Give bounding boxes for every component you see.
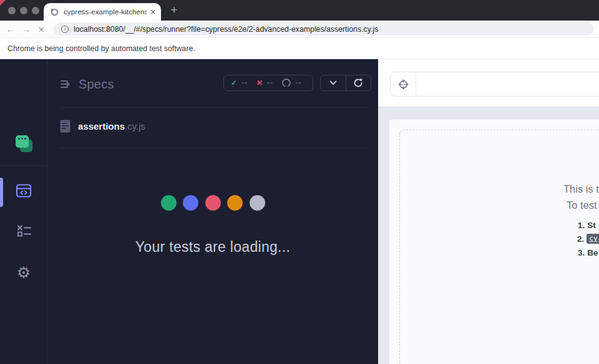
browser-tabstrip: cypress-example-kitchensink ✕ + [0,0,599,21]
blank-page-intro-line-1: This is th [563,183,599,195]
chevron-down-icon [329,80,337,85]
aut-header [378,59,599,107]
crosshair-icon [397,79,409,90]
passed-check-icon: ✓ [231,79,237,87]
background-window-corner [0,0,6,6]
automation-infobar: Chrome is being controlled by automated … [0,38,599,59]
step-code-badge[interactable]: cy [587,234,599,244]
passed-count: -- [241,79,248,87]
loading-dots [47,195,378,211]
cypress-logo-front-card [16,135,29,148]
infobar-text: Chrome is being controlled by automated … [7,44,195,53]
specs-icon [16,183,32,198]
tab-close-icon[interactable]: ✕ [150,8,156,16]
spec-actions-group [320,75,371,91]
address-bar[interactable]: i localhost:8080/__/#/specs/runner?file=… [54,22,594,36]
forward-icon[interactable]: → [19,21,33,38]
run-stats: ✓ -- ✕ -- -- [223,75,313,91]
step-text: St [587,221,596,230]
sidebar-divider [0,165,47,166]
divider [60,148,367,148]
sidebar-item-runs[interactable] [0,225,47,237]
cypress-sidebar: ⚙ [0,59,47,364]
divider [60,107,367,108]
window-zoom-button[interactable] [32,7,39,14]
cypress-favicon-icon [51,8,59,16]
site-info-icon[interactable]: i [61,26,69,33]
spec-name-suffix: .cy.js [125,121,145,132]
back-icon[interactable]: ← [4,21,17,38]
loading-dot-green [161,195,177,211]
browser-tab[interactable]: cypress-example-kitchensink ✕ [44,3,161,21]
tab-title: cypress-example-kitchensink [64,8,147,16]
aut-blank-page-region [399,130,599,364]
specs-panel: Specs ✓ -- ✕ -- -- [47,59,378,364]
step-text: Be [587,248,598,257]
step-number: 2. [577,234,584,244]
new-tab-button[interactable]: + [166,2,182,18]
sidebar-item-specs[interactable] [0,183,47,198]
spec-file-icon [60,120,71,133]
step-number: 1. [578,221,585,230]
url-text: localhost:8080/__/#/specs/runner?file=cy… [74,25,378,34]
blank-page-step-2: 2. cy [577,234,599,244]
spec-name-base: assertions [78,121,125,132]
failed-cross-icon: ✕ [256,79,263,87]
cypress-logo[interactable] [16,135,33,153]
collapse-specs-list-button[interactable] [60,79,72,92]
panel-title: Specs [79,77,114,92]
window-minimize-button[interactable] [20,7,27,14]
blank-page-step-3: 3. Be [578,248,598,257]
step-number: 3. [578,248,585,257]
loading-dot-red [205,195,221,211]
loading-message: Your tests are loading... [47,239,378,256]
stop-icon[interactable]: ✕ [34,21,48,38]
aut-url-bar [390,72,599,97]
selector-playground-button[interactable] [391,72,416,96]
refresh-icon [353,78,363,88]
loading-dot-indigo [183,195,198,211]
browser-toolbar: ← → ✕ i localhost:8080/__/#/specs/runner… [0,21,599,38]
screen: cypress-example-kitchensink ✕ + ← → ✕ i … [0,0,599,364]
loading-dot-orange [227,195,243,211]
window-close-button[interactable] [8,7,16,14]
sidebar-item-settings[interactable]: ⚙ [0,265,47,280]
spec-list-item[interactable]: assertions.cy.js [60,120,145,133]
pending-count: -- [295,79,301,87]
loading-dot-gray [250,195,265,211]
collapse-all-button[interactable] [321,75,346,90]
failed-count: -- [267,79,273,87]
pending-rerun-icon [282,79,291,87]
gear-icon: ⚙ [17,265,31,280]
refresh-specs-button[interactable] [346,75,371,90]
blank-page-intro-line-2: To test y [567,199,599,211]
specs-list-icon [60,79,72,90]
blank-page-step-1: 1. St [578,221,596,230]
aut-url-input[interactable] [416,72,599,96]
spec-name: assertions.cy.js [78,121,145,132]
runs-debug-icon [16,225,32,237]
